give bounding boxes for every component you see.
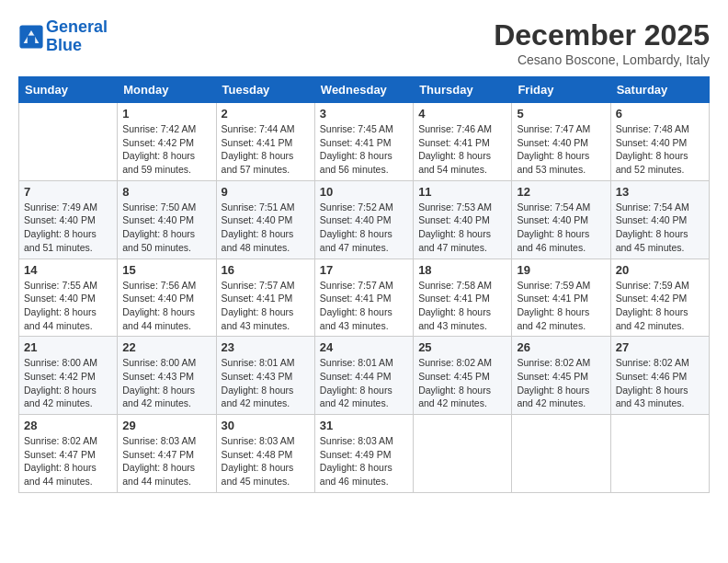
day-number: 16 — [222, 263, 310, 277]
day-number: 30 — [222, 419, 310, 432]
day-number: 15 — [122, 263, 210, 277]
day-info: Sunrise: 7:46 AMSunset: 4:41 PMDaylight:… — [418, 122, 506, 177]
calendar-cell: 26Sunrise: 8:02 AMSunset: 4:45 PMDayligh… — [512, 337, 610, 415]
day-info: Sunrise: 7:58 AMSunset: 4:41 PMDaylight:… — [418, 279, 506, 333]
calendar-cell: 18Sunrise: 7:58 AMSunset: 4:41 PMDayligh… — [414, 259, 512, 337]
day-info: Sunrise: 7:55 AMSunset: 4:40 PMDaylight:… — [24, 279, 112, 333]
month-title: December 2025 — [494, 18, 710, 52]
calendar-cell: 17Sunrise: 7:57 AMSunset: 4:41 PMDayligh… — [314, 259, 413, 337]
calendar-cell: 25Sunrise: 8:02 AMSunset: 4:45 PMDayligh… — [414, 337, 512, 415]
logo: General Blue — [18, 18, 108, 55]
day-info: Sunrise: 7:50 AMSunset: 4:40 PMDaylight:… — [122, 201, 210, 255]
calendar-cell — [19, 103, 118, 181]
calendar-cell: 12Sunrise: 7:54 AMSunset: 4:40 PMDayligh… — [512, 180, 610, 259]
calendar-cell: 30Sunrise: 8:03 AMSunset: 4:48 PMDayligh… — [216, 415, 314, 493]
column-header-wednesday: Wednesday — [314, 77, 413, 103]
day-info: Sunrise: 7:44 AMSunset: 4:41 PMDaylight:… — [222, 122, 310, 177]
day-number: 17 — [320, 263, 408, 277]
day-info: Sunrise: 7:54 AMSunset: 4:40 PMDaylight:… — [517, 201, 605, 255]
day-info: Sunrise: 8:02 AMSunset: 4:46 PMDaylight:… — [616, 356, 704, 410]
day-info: Sunrise: 7:51 AMSunset: 4:40 PMDaylight:… — [222, 201, 310, 255]
day-info: Sunrise: 8:02 AMSunset: 4:45 PMDaylight:… — [418, 356, 506, 410]
day-number: 5 — [517, 107, 605, 121]
calendar-cell: 31Sunrise: 8:03 AMSunset: 4:49 PMDayligh… — [314, 415, 413, 493]
calendar-cell: 23Sunrise: 8:01 AMSunset: 4:43 PMDayligh… — [216, 337, 314, 415]
day-number: 1 — [122, 107, 210, 121]
day-info: Sunrise: 7:48 AMSunset: 4:40 PMDaylight:… — [616, 122, 704, 177]
day-number: 21 — [24, 340, 112, 354]
day-number: 20 — [616, 263, 704, 277]
calendar-week-row: 28Sunrise: 8:02 AMSunset: 4:47 PMDayligh… — [19, 415, 710, 493]
day-number: 25 — [418, 340, 506, 354]
calendar-cell: 5Sunrise: 7:47 AMSunset: 4:40 PMDaylight… — [512, 103, 610, 181]
logo-icon — [18, 24, 44, 50]
column-header-tuesday: Tuesday — [216, 77, 314, 103]
column-header-sunday: Sunday — [19, 77, 118, 103]
calendar-cell: 11Sunrise: 7:53 AMSunset: 4:40 PMDayligh… — [414, 180, 512, 259]
day-number: 22 — [122, 340, 210, 354]
title-block: December 2025 Cesano Boscone, Lombardy, … — [494, 18, 710, 67]
calendar-header-row: SundayMondayTuesdayWednesdayThursdayFrid… — [19, 77, 710, 103]
logo-text: General Blue — [46, 18, 108, 55]
day-number: 26 — [517, 340, 605, 354]
day-info: Sunrise: 7:47 AMSunset: 4:40 PMDaylight:… — [517, 122, 605, 177]
calendar-cell: 3Sunrise: 7:45 AMSunset: 4:41 PMDaylight… — [314, 103, 413, 181]
day-number: 6 — [616, 107, 704, 121]
calendar-cell: 27Sunrise: 8:02 AMSunset: 4:46 PMDayligh… — [610, 337, 709, 415]
day-number: 9 — [222, 185, 310, 199]
day-info: Sunrise: 7:59 AMSunset: 4:41 PMDaylight:… — [517, 279, 605, 333]
day-number: 29 — [122, 419, 210, 432]
day-number: 7 — [24, 185, 112, 199]
day-number: 28 — [24, 419, 112, 432]
calendar-cell — [414, 415, 512, 493]
day-info: Sunrise: 7:49 AMSunset: 4:40 PMDaylight:… — [24, 201, 112, 255]
day-number: 10 — [320, 185, 408, 199]
day-info: Sunrise: 7:57 AMSunset: 4:41 PMDaylight:… — [222, 279, 310, 333]
calendar-cell: 7Sunrise: 7:49 AMSunset: 4:40 PMDaylight… — [19, 180, 118, 259]
calendar-cell: 8Sunrise: 7:50 AMSunset: 4:40 PMDaylight… — [118, 180, 216, 259]
calendar-cell: 13Sunrise: 7:54 AMSunset: 4:40 PMDayligh… — [610, 180, 709, 259]
day-info: Sunrise: 7:54 AMSunset: 4:40 PMDaylight:… — [616, 201, 704, 255]
day-number: 4 — [418, 107, 506, 121]
calendar-cell: 10Sunrise: 7:52 AMSunset: 4:40 PMDayligh… — [314, 180, 413, 259]
calendar-cell: 28Sunrise: 8:02 AMSunset: 4:47 PMDayligh… — [19, 415, 118, 493]
calendar-cell: 2Sunrise: 7:44 AMSunset: 4:41 PMDaylight… — [216, 103, 314, 181]
day-info: Sunrise: 8:03 AMSunset: 4:49 PMDaylight:… — [320, 434, 408, 488]
day-number: 23 — [222, 340, 310, 354]
day-info: Sunrise: 7:59 AMSunset: 4:42 PMDaylight:… — [616, 279, 704, 333]
page-header: General Blue December 2025 Cesano Boscon… — [18, 18, 710, 67]
column-header-thursday: Thursday — [414, 77, 512, 103]
calendar-cell: 21Sunrise: 8:00 AMSunset: 4:42 PMDayligh… — [19, 337, 118, 415]
calendar-cell — [512, 415, 610, 493]
day-info: Sunrise: 7:52 AMSunset: 4:40 PMDaylight:… — [320, 201, 408, 255]
calendar-cell: 15Sunrise: 7:56 AMSunset: 4:40 PMDayligh… — [118, 259, 216, 337]
day-info: Sunrise: 7:53 AMSunset: 4:40 PMDaylight:… — [418, 201, 506, 255]
day-info: Sunrise: 8:01 AMSunset: 4:44 PMDaylight:… — [320, 356, 408, 410]
calendar-table: SundayMondayTuesdayWednesdayThursdayFrid… — [18, 76, 710, 493]
day-info: Sunrise: 7:57 AMSunset: 4:41 PMDaylight:… — [320, 279, 408, 333]
svg-rect-2 — [28, 35, 35, 42]
day-number: 14 — [24, 263, 112, 277]
day-number: 11 — [418, 185, 506, 199]
calendar-cell — [610, 415, 709, 493]
calendar-week-row: 7Sunrise: 7:49 AMSunset: 4:40 PMDaylight… — [19, 180, 710, 259]
calendar-week-row: 1Sunrise: 7:42 AMSunset: 4:42 PMDaylight… — [19, 103, 710, 181]
day-number: 13 — [616, 185, 704, 199]
day-info: Sunrise: 7:45 AMSunset: 4:41 PMDaylight:… — [320, 122, 408, 177]
day-info: Sunrise: 8:02 AMSunset: 4:47 PMDaylight:… — [24, 434, 112, 488]
calendar-cell: 6Sunrise: 7:48 AMSunset: 4:40 PMDaylight… — [610, 103, 709, 181]
location: Cesano Boscone, Lombardy, Italy — [494, 52, 710, 67]
calendar-week-row: 21Sunrise: 8:00 AMSunset: 4:42 PMDayligh… — [19, 337, 710, 415]
day-info: Sunrise: 8:03 AMSunset: 4:47 PMDaylight:… — [122, 434, 210, 488]
day-info: Sunrise: 8:03 AMSunset: 4:48 PMDaylight:… — [222, 434, 310, 488]
day-number: 2 — [222, 107, 310, 121]
calendar-cell: 1Sunrise: 7:42 AMSunset: 4:42 PMDaylight… — [118, 103, 216, 181]
calendar-cell: 16Sunrise: 7:57 AMSunset: 4:41 PMDayligh… — [216, 259, 314, 337]
day-number: 24 — [320, 340, 408, 354]
day-info: Sunrise: 8:00 AMSunset: 4:42 PMDaylight:… — [24, 356, 112, 410]
day-number: 18 — [418, 263, 506, 277]
calendar-cell: 4Sunrise: 7:46 AMSunset: 4:41 PMDaylight… — [414, 103, 512, 181]
day-info: Sunrise: 8:00 AMSunset: 4:43 PMDaylight:… — [122, 356, 210, 410]
day-number: 3 — [320, 107, 408, 121]
column-header-monday: Monday — [118, 77, 216, 103]
